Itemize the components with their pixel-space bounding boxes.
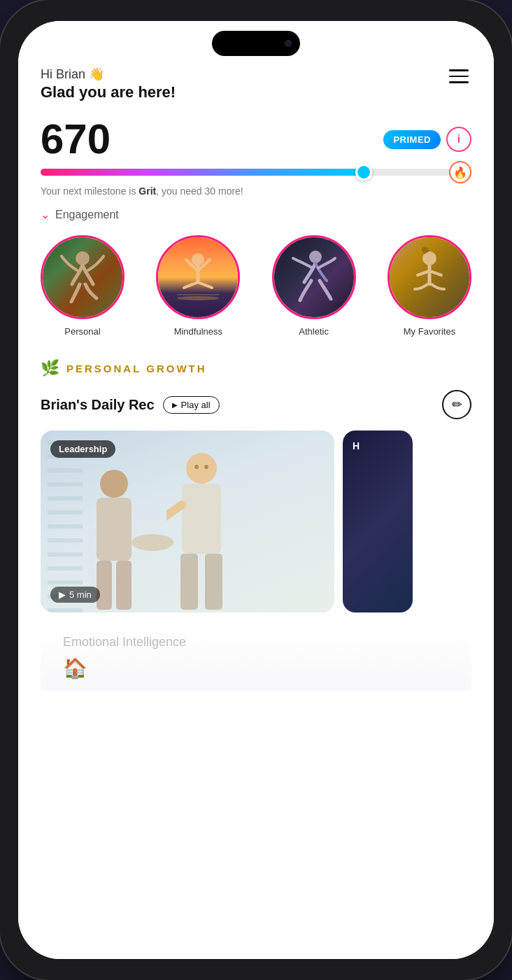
category-personal[interactable]: Personal	[41, 235, 125, 337]
bottom-label: Emotional Intelligence	[63, 635, 449, 650]
categories-row: Personal	[41, 235, 471, 337]
score-value: 670	[41, 118, 111, 160]
score-row: 670 PRIMED i	[41, 118, 471, 160]
svg-rect-9	[116, 561, 131, 610]
leaf-icon: 🌿	[41, 359, 59, 377]
menu-button[interactable]	[446, 66, 471, 86]
menu-line-2	[449, 76, 469, 78]
svg-rect-13	[182, 484, 221, 554]
daily-rec-header: Brian's Daily Rec ▶ Play all ✏	[41, 390, 471, 419]
video-card-leadership[interactable]: Leadership ▶ 5 min	[41, 430, 334, 612]
score-badges: PRIMED i	[383, 127, 471, 152]
milestone-text: Your next milestone is Grit, you need 30…	[41, 186, 471, 197]
edit-button[interactable]: ✏	[442, 390, 471, 419]
category-label-athletic: Athletic	[299, 326, 329, 337]
menu-line-3	[449, 81, 469, 83]
video-cards-row: Leadership ▶ 5 min H	[41, 430, 471, 624]
svg-point-6	[100, 470, 128, 498]
personal-figure-icon	[55, 246, 111, 309]
play-all-label: Play all	[181, 400, 211, 410]
leadership-scene	[41, 430, 334, 612]
score-section: 670 PRIMED i	[41, 118, 471, 197]
phone-screen: Hi Brian 👋 Glad you are here! 670 PRI	[18, 21, 494, 959]
play-all-button[interactable]: ▶ Play all	[163, 396, 220, 414]
greeting-small: Hi Brian 👋	[41, 66, 176, 82]
handshake-area	[125, 528, 180, 556]
svg-rect-8	[97, 561, 112, 610]
video-duration: ▶ 5 min	[50, 587, 100, 603]
play-icon: ▶	[172, 401, 178, 409]
progress-thumb	[355, 164, 372, 181]
home-icon[interactable]: 🏠	[63, 657, 449, 680]
daily-rec-title: Brian's Daily Rec	[41, 397, 155, 413]
svg-rect-15	[205, 554, 222, 610]
window-blinds	[48, 430, 83, 612]
app-screen: Hi Brian 👋 Glad you are here! 670 PRI	[18, 21, 494, 959]
fire-icon[interactable]: 🔥	[449, 161, 471, 183]
video-card-second[interactable]: H	[343, 430, 413, 612]
engagement-header[interactable]: ⌄ Engagement	[41, 208, 471, 221]
svg-point-0	[76, 251, 90, 265]
chevron-down-icon: ⌄	[41, 208, 50, 221]
info-icon: i	[457, 133, 460, 146]
category-circle-favorites	[387, 235, 471, 319]
main-content: Hi Brian 👋 Glad you are here! 670 PRI	[18, 66, 494, 913]
header: Hi Brian 👋 Glad you are here!	[41, 66, 471, 102]
svg-point-16	[131, 534, 173, 551]
category-favorites[interactable]: My Favorites	[387, 235, 471, 337]
milestone-suffix: , you need 30 more!	[156, 186, 243, 197]
camera-dot	[285, 40, 292, 47]
second-card-label: H	[353, 440, 360, 451]
video-tag-leadership: Leadership	[50, 440, 115, 458]
personal-growth-header: 🌿 PERSONAL GROWTH	[41, 359, 471, 377]
primed-badge[interactable]: PRIMED	[383, 130, 441, 149]
duration-text: 5 min	[69, 589, 92, 600]
dynamic-island	[212, 31, 300, 56]
greeting-block: Hi Brian 👋 Glad you are here!	[41, 66, 176, 102]
info-badge[interactable]: i	[446, 127, 471, 152]
phone-frame: Hi Brian 👋 Glad you are here! 670 PRI	[0, 0, 512, 980]
category-label-favorites: My Favorites	[404, 326, 455, 337]
svg-point-11	[194, 465, 199, 469]
progress-fill	[41, 169, 364, 176]
svg-point-3	[192, 253, 204, 266]
engagement-label: Engagement	[55, 209, 119, 221]
athletic-figure-icon	[286, 246, 342, 309]
play-icon-duration: ▶	[59, 589, 66, 600]
category-circle-athletic	[272, 235, 356, 319]
svg-rect-14	[180, 554, 198, 610]
svg-point-4	[309, 251, 322, 263]
personal-growth-title: PERSONAL GROWTH	[66, 363, 207, 374]
progress-bar-container: 🔥	[41, 169, 471, 176]
svg-point-1	[177, 296, 219, 300]
category-athletic[interactable]: Athletic	[272, 235, 356, 337]
svg-point-10	[186, 453, 217, 484]
category-mindfulness[interactable]: Mindfulness	[156, 235, 240, 337]
favorites-figure-icon	[405, 246, 454, 309]
milestone-name: Grit	[138, 186, 156, 197]
milestone-prefix: Your next milestone is	[41, 186, 138, 197]
category-label-personal: Personal	[64, 326, 100, 337]
mindfulness-figure-icon	[173, 246, 222, 309]
category-circle-mindfulness	[156, 235, 240, 319]
category-circle-personal	[41, 235, 125, 319]
menu-line-1	[449, 69, 469, 71]
bottom-section: Emotional Intelligence 🏠	[41, 624, 471, 691]
greeting-large: Glad you are here!	[41, 83, 176, 102]
category-label-mindfulness: Mindfulness	[174, 326, 222, 337]
progress-track: 🔥	[41, 169, 471, 176]
svg-point-12	[204, 465, 208, 469]
edit-icon: ✏	[452, 397, 462, 412]
